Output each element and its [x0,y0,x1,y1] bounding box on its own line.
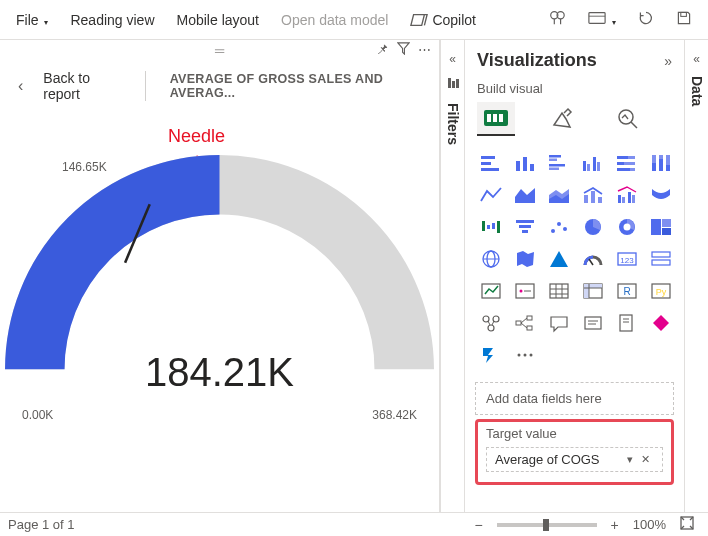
svg-text:Py: Py [656,287,667,297]
svg-rect-56 [519,225,531,228]
viz-decomposition-icon[interactable] [511,310,539,336]
viz-python-icon[interactable]: Py [647,278,675,304]
viz-stacked-bar-icon[interactable] [477,150,505,176]
viz-gauge-icon[interactable] [579,246,607,272]
refresh-icon[interactable] [630,6,662,33]
target-value-field[interactable]: Average of COGS ▾ ✕ [486,447,663,472]
viz-100stacked-bar-icon[interactable] [613,150,641,176]
chevron-down-icon[interactable]: ▾ [623,453,637,466]
filters-pane-collapsed[interactable]: « Filters [440,40,464,512]
svg-line-96 [488,321,490,325]
viz-stacked-column-icon[interactable] [511,150,539,176]
svg-point-110 [524,354,527,357]
remove-field-icon[interactable]: ✕ [637,453,654,466]
svg-rect-14 [493,114,497,122]
viz-card-icon[interactable]: 123 [613,246,641,272]
svg-rect-54 [497,221,500,233]
svg-rect-73 [652,252,670,257]
save-icon[interactable] [668,6,700,33]
separator [145,71,146,101]
viz-stacked-area-icon[interactable] [545,182,573,208]
viz-100stacked-column-icon[interactable] [647,150,675,176]
file-menu[interactable]: File ▾ [8,8,56,32]
viz-scatter-icon[interactable] [545,214,573,240]
visual-title: AVERAGE OF GROSS SALES AND AVERAG... [160,72,427,100]
zoom-slider[interactable] [497,523,597,527]
svg-rect-27 [549,168,559,171]
expand-filters-icon[interactable]: « [449,52,456,66]
reading-view[interactable]: Reading view [62,8,162,32]
viz-qna-icon[interactable] [545,310,573,336]
tab-build-visual[interactable] [477,102,515,136]
svg-rect-51 [482,221,485,231]
gauge-chart: 146.65K 184.21K 0.00K 368.42K [4,152,435,402]
copilot-button[interactable]: Copilot [402,7,484,33]
viz-smart-narrative-icon[interactable] [579,310,607,336]
svg-rect-74 [652,260,670,265]
viz-powerapps-icon[interactable] [647,310,675,336]
viz-key-influencers-icon[interactable] [477,310,505,336]
viz-slicer-icon[interactable] [511,278,539,304]
svg-rect-26 [549,164,565,167]
open-data-model: Open data model [273,8,396,32]
viz-treemap-icon[interactable] [647,214,675,240]
viz-r-icon[interactable]: R [613,278,641,304]
viz-table-icon[interactable] [545,278,573,304]
gauge-value: 184.21K [4,350,435,395]
viz-line-clustered-icon[interactable] [613,182,641,208]
back-to-report[interactable]: Back to report [43,70,122,102]
svg-rect-28 [583,161,586,171]
viz-map-icon[interactable] [477,246,505,272]
viz-ribbon-icon[interactable] [647,182,675,208]
drag-handle-icon[interactable]: ═ [215,43,224,58]
expand-data-icon[interactable]: « [693,52,700,66]
svg-rect-65 [662,219,671,227]
viz-clustered-bar-icon[interactable] [545,150,573,176]
gauge-target-label: 146.65K [62,160,107,174]
svg-rect-20 [481,168,499,171]
viz-paginated-icon[interactable] [613,310,641,336]
viz-waterfall-icon[interactable] [477,214,505,240]
search-icon[interactable] [540,5,574,34]
more-icon[interactable]: ⋯ [418,42,431,58]
back-arrow-icon[interactable]: ‹ [12,77,29,95]
tab-format-visual[interactable] [543,102,581,136]
values-field-well[interactable]: Add data fields here [475,382,674,415]
viz-donut-icon[interactable] [613,214,641,240]
viz-pane-title: Visualizations [477,50,664,71]
svg-point-109 [518,354,521,357]
svg-point-60 [563,227,567,231]
svg-rect-22 [523,157,527,171]
pin-icon[interactable]: 📌︎ [376,42,389,58]
viz-area-icon[interactable] [511,182,539,208]
viz-more-icon[interactable] [511,342,539,368]
zoom-out-button[interactable]: − [468,517,488,533]
gauge-min-label: 0.00K [22,408,53,422]
viz-filled-map-icon[interactable] [511,246,539,272]
needle-annotation: Needle [168,126,225,147]
viz-multirow-card-icon[interactable] [647,246,675,272]
svg-rect-57 [522,230,528,233]
viz-pie-icon[interactable] [579,214,607,240]
viz-matrix-icon[interactable] [579,278,607,304]
tab-analytics[interactable] [609,102,647,136]
viz-line-icon[interactable] [477,182,505,208]
viz-funnel-icon[interactable] [511,214,539,240]
viz-line-stacked-icon[interactable] [579,182,607,208]
expand-pane-icon[interactable]: » [664,53,672,69]
svg-rect-4 [589,13,605,24]
data-label: Data [689,76,705,106]
svg-rect-49 [628,192,631,203]
mobile-layout[interactable]: Mobile layout [169,8,268,32]
fit-to-page-icon[interactable] [674,516,700,533]
viz-powerautomate-icon[interactable] [477,342,505,368]
svg-rect-19 [481,162,491,165]
svg-rect-31 [597,162,600,171]
viz-clustered-column-icon[interactable] [579,150,607,176]
viz-azure-map-icon[interactable] [545,246,573,272]
view-menu[interactable]: ▾ [580,7,624,32]
filter-icon[interactable] [397,42,410,58]
data-pane-collapsed[interactable]: « Data [684,40,708,512]
zoom-in-button[interactable]: + [605,517,625,533]
viz-kpi-icon[interactable] [477,278,505,304]
